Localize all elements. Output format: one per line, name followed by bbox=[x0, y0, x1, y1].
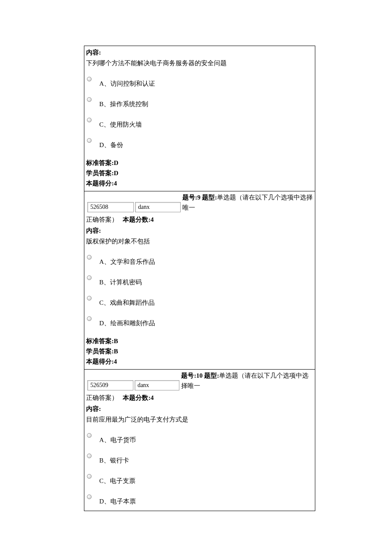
option-row[interactable]: C、电子支票 bbox=[86, 473, 313, 486]
option-label: D、备份 bbox=[99, 137, 123, 150]
radio-icon[interactable] bbox=[87, 474, 92, 479]
option-label: B、计算机密码 bbox=[99, 275, 142, 287]
standard-answer-line: 标准答案:B bbox=[86, 336, 313, 346]
radio-icon[interactable] bbox=[87, 77, 92, 81]
question-type-input[interactable]: danx bbox=[135, 202, 181, 212]
content-label: 内容: bbox=[86, 404, 313, 414]
question-id-input[interactable]: 526509 bbox=[87, 380, 133, 390]
result-block: 标准答案:B 学员答案:B 本题得分:4 bbox=[86, 336, 313, 367]
option-row[interactable]: A、电子货币 bbox=[86, 432, 313, 445]
option-row[interactable]: C、戏曲和舞蹈作品 bbox=[86, 295, 313, 308]
option-row[interactable]: D、电子本票 bbox=[86, 494, 313, 506]
radio-icon[interactable] bbox=[87, 433, 92, 438]
option-label: C、戏曲和舞蹈作品 bbox=[99, 295, 155, 308]
option-label: B、银行卡 bbox=[99, 453, 129, 465]
radio-icon[interactable] bbox=[87, 454, 92, 458]
question-header-text: 题号:9 题型:单选题（请在以下几个选项中选择唯一 bbox=[182, 192, 313, 214]
question-block: 526509 danx 题号:10 题型:单选题（请在以下几个选项中选择唯一 正… bbox=[84, 370, 315, 511]
radio-icon[interactable] bbox=[87, 316, 92, 321]
option-row[interactable]: A、访问控制和认证 bbox=[86, 76, 313, 89]
question-text: 版权保护的对象不包括 bbox=[86, 236, 313, 246]
result-block: 标准答案:D 学员答案:D 本题得分:4 bbox=[86, 158, 313, 188]
option-label: D、绘画和雕刻作品 bbox=[99, 315, 155, 328]
student-answer-line: 学员答案:B bbox=[86, 346, 313, 356]
radio-icon[interactable] bbox=[87, 494, 92, 499]
question-block: 526508 danx 题号:9 题型:单选题（请在以下几个选项中选择唯一 正确… bbox=[84, 191, 315, 370]
question-text: 下列哪个方法不能解决电子商务服务器的安全问题 bbox=[86, 58, 313, 68]
content-label: 内容: bbox=[86, 225, 313, 236]
option-label: C、电子支票 bbox=[99, 473, 135, 486]
student-answer-line: 学员答案:D bbox=[86, 168, 313, 178]
option-row[interactable]: A、文学和音乐作品 bbox=[86, 254, 313, 267]
question-header-cont: 正确答案） 本题分数:4 bbox=[86, 214, 313, 225]
question-header-text: 题号:10 题型:单选题（请在以下几个选项中选择唯一 bbox=[181, 370, 313, 392]
content-label: 内容: bbox=[86, 47, 313, 58]
question-header-row: 526508 danx 题号:9 题型:单选题（请在以下几个选项中选择唯一 bbox=[86, 192, 313, 214]
option-label: A、电子货币 bbox=[99, 432, 136, 445]
radio-icon[interactable] bbox=[87, 97, 92, 102]
option-row[interactable]: B、银行卡 bbox=[86, 453, 313, 465]
score-line: 本题得分:4 bbox=[86, 178, 313, 188]
question-text: 目前应用最为广泛的电子支付方式是 bbox=[86, 414, 313, 425]
questions-container: 内容: 下列哪个方法不能解决电子商务服务器的安全问题 A、访问控制和认证 B、操… bbox=[84, 46, 315, 511]
standard-answer-line: 标准答案:D bbox=[86, 158, 313, 168]
option-row[interactable]: B、计算机密码 bbox=[86, 275, 313, 287]
option-label: A、文学和音乐作品 bbox=[99, 254, 155, 267]
radio-icon[interactable] bbox=[87, 118, 92, 122]
radio-icon[interactable] bbox=[87, 275, 92, 280]
question-header-row: 526509 danx 题号:10 题型:单选题（请在以下几个选项中选择唯一 bbox=[86, 370, 313, 392]
question-type-input[interactable]: danx bbox=[135, 380, 180, 390]
question-id-input[interactable]: 526508 bbox=[87, 202, 134, 212]
question-block: 内容: 下列哪个方法不能解决电子商务服务器的安全问题 A、访问控制和认证 B、操… bbox=[84, 46, 315, 191]
option-label: C、使用防火墙 bbox=[99, 117, 142, 130]
question-header-cont: 正确答案） 本题分数:4 bbox=[86, 393, 313, 403]
radio-icon[interactable] bbox=[87, 255, 92, 260]
option-label: A、访问控制和认证 bbox=[99, 76, 155, 89]
radio-icon[interactable] bbox=[87, 296, 92, 301]
option-row[interactable]: C、使用防火墙 bbox=[86, 117, 313, 130]
radio-icon[interactable] bbox=[87, 138, 92, 143]
score-line: 本题得分:4 bbox=[86, 356, 313, 367]
option-row[interactable]: B、操作系统控制 bbox=[86, 96, 313, 109]
option-row[interactable]: D、绘画和雕刻作品 bbox=[86, 315, 313, 328]
option-label: D、电子本票 bbox=[99, 494, 136, 506]
option-label: B、操作系统控制 bbox=[99, 96, 148, 109]
option-row[interactable]: D、备份 bbox=[86, 137, 313, 150]
